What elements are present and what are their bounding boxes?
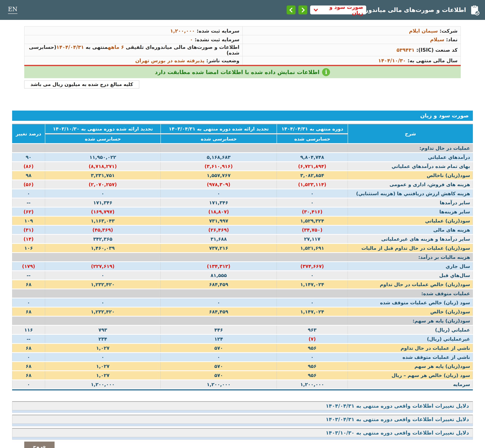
company-info-cell: نماد: سیلام xyxy=(242,35,461,44)
row-value: ۱,۲۰۰,۰۰۰ xyxy=(161,380,277,389)
row-value: ۱۰۶ xyxy=(12,244,45,252)
company-info-row: شرکت: سیمان ایلامسرمایه ثبت شده: ۱,۲۰۰,۰… xyxy=(24,26,461,35)
row-value: ۹۶۳ xyxy=(277,326,348,334)
row-label: سود(زيان) پايه هر سهم: xyxy=(348,317,473,325)
row-value: ۱,۱۶۳,۰۴۳ xyxy=(45,217,161,225)
accordion-header-2[interactable]: دلایل تغییرات اطلاعات واقعی دوره منتهی ب… xyxy=(12,428,473,437)
row-label: عملیات در حال تداوم: xyxy=(348,144,473,152)
previous-statement-button[interactable] xyxy=(287,6,296,14)
row-value: ۳,۰۸۲,۸۵۴ xyxy=(277,171,348,179)
row-value xyxy=(12,317,45,325)
row-value: ۱,۱۴۷,۰۲۴ xyxy=(277,307,348,316)
accordion-strip xyxy=(12,437,473,440)
currency-unit-note: کلیه مبالغ درج شده به میلیون ریال می باش… xyxy=(24,80,139,88)
accordion-strip xyxy=(12,424,473,426)
row-value: ۱۷۱,۳۴۶ xyxy=(161,199,277,207)
row-label: غيرعملياتي (ريال) xyxy=(348,335,473,343)
row-value: (۲,۰۷۰,۲۵۷) xyxy=(45,180,161,189)
row-value: ۰ xyxy=(45,189,161,198)
company-info-row: سال مالی منتهی به: ۱۴۰۴/۱۰/۳۰وضعیت ناشر:… xyxy=(24,56,461,65)
row-label: درآمدهاي عملياتي xyxy=(348,153,473,161)
column-subheader-audited-1: حسابرسی شده xyxy=(161,134,277,143)
row-value: ۳۴۲,۳۶۵ xyxy=(45,235,161,243)
logout-button[interactable]: خروج xyxy=(24,441,55,448)
row-value xyxy=(277,253,348,261)
info-label: منتهی به xyxy=(84,44,108,50)
row-value: ۱,۰۲۷ xyxy=(45,362,161,370)
row-value: ۶۸ xyxy=(12,280,45,288)
row-value xyxy=(161,144,277,152)
info-value: ۱,۲۰۰,۰۰۰ xyxy=(170,28,195,34)
row-value: (۸۶) xyxy=(12,162,45,170)
company-info-row: نماد: سیلامسرمایه ثبت نشده: ۰ xyxy=(24,35,461,44)
row-label: ساير درآمدها و هزينه های غيرعملياتی xyxy=(348,235,473,243)
row-value: -- xyxy=(12,271,45,280)
statement-row: درآمدهاي عملياتي۹,۸۰۴,۷۴۸۵,۱۶۸,۶۸۳۱۱,۹۵۰… xyxy=(12,153,473,161)
row-value: ۱۱۶ xyxy=(12,326,45,334)
column-header-period-restated-2: تجدید ارائه شده دوره منتهی به ۱۴۰۳/۱۰/۳۰ xyxy=(45,124,161,133)
row-value: (۶۲) xyxy=(12,208,45,216)
accordion-strip xyxy=(12,410,473,413)
row-value: ۹۸ xyxy=(12,171,45,179)
info-label: سرمایه ثبت شده: xyxy=(195,28,240,34)
info-label: سرمایه ثبت نشده: xyxy=(193,37,239,42)
row-value: ۵۷۰ xyxy=(161,344,277,352)
row-value: ۷۹۳ xyxy=(45,326,161,334)
chevron-left-icon xyxy=(288,7,294,13)
row-value: ۱,۱۴۷,۰۲۴ xyxy=(277,280,348,288)
row-label: عملياتي (ريال) xyxy=(348,326,473,334)
row-label: ساير درآمدها xyxy=(348,199,473,207)
english-language-link[interactable]: EN xyxy=(8,6,17,14)
column-subheader-audited-0: حسابرسی شده xyxy=(277,134,348,143)
row-value xyxy=(45,253,161,261)
accordion-header-0[interactable]: دلایل تغییرات اطلاعات واقعی دوره منتهی ب… xyxy=(12,401,473,410)
statement-row: هزينه کاهش ارزش دريافتني ها (هزينه استثن… xyxy=(12,189,473,198)
row-value: -- xyxy=(12,199,45,207)
row-value: ۹۵۶ xyxy=(277,371,348,379)
row-value: ۲۷,۱۱۷ xyxy=(277,235,348,243)
statement-row: سود (زيان) خالص هر سهم – ريال۹۵۶۵۷۰۱,۰۲۷… xyxy=(12,371,473,379)
row-value: (۳۷۴,۶۶۷) xyxy=(277,262,348,270)
statement-row: سود(زيان) پايه هر سهم۹۵۶۵۷۰۱,۰۲۷۶۸ xyxy=(12,362,473,370)
row-value: ۱۲۴ xyxy=(161,335,277,343)
row-label: سال‌هاي قبل xyxy=(348,271,473,280)
row-value xyxy=(45,144,161,152)
info-icon: i xyxy=(322,68,330,76)
statement-row: سود(زيان) عمليات در حال تداوم قبل از مال… xyxy=(12,244,473,252)
row-value: ۵۷۰ xyxy=(161,362,277,370)
row-value: ۰ xyxy=(161,189,277,198)
info-value: ۰ xyxy=(190,37,193,42)
statement-row: سود(زيان) ناخالص۳,۰۸۲,۸۵۴۱,۵۵۷,۷۶۷۳,۲۳۱,… xyxy=(12,171,473,179)
company-info-cell: سرمایه ثبت شده: ۱,۲۰۰,۰۰۰ xyxy=(24,26,243,35)
row-value: ۱,۴۶۰,۰۳۹ xyxy=(45,244,161,252)
row-label: سود(زيان) عمليات در حال تداوم قبل از مال… xyxy=(348,244,473,252)
statement-row: سود (زيان) خالص عمليات متوقف شده۰۰۰۰ xyxy=(12,298,473,307)
row-value: ۶۸ xyxy=(12,344,45,352)
row-value: ۹۰ xyxy=(12,153,45,161)
row-value: (۳,۶۱۰,۹۱۶) xyxy=(161,162,277,170)
accordion-header-1[interactable]: دلایل تغییرات اطلاعات واقعی دوره منتهی ب… xyxy=(12,415,473,424)
next-statement-button[interactable] xyxy=(298,6,307,14)
row-value: (۲۲۷,۶۱۹) xyxy=(45,262,161,270)
info-value: سیلام xyxy=(430,37,444,42)
report-type-dropdown[interactable]: صورت سود و زیان xyxy=(310,6,366,14)
statement-row: سال‌هاي قبل۰۸۱,۵۵۵۰-- xyxy=(12,271,473,280)
statement-row: عملياتي (ريال)۹۶۳۴۴۶۷۹۳۱۱۶ xyxy=(12,326,473,334)
row-value xyxy=(277,289,348,298)
column-header-period-current: دوره منتهی به ۱۴۰۴/۰۴/۳۱ xyxy=(277,124,348,133)
row-value: ۱۷۱,۳۴۶ xyxy=(45,199,161,207)
row-value: ۰ xyxy=(277,199,348,207)
row-value: ۶۸ xyxy=(12,362,45,370)
company-info-table: شرکت: سیمان ایلامسرمایه ثبت شده: ۱,۲۰۰,۰… xyxy=(24,26,461,65)
row-value xyxy=(12,289,45,298)
row-value: ۱,۰۲۷ xyxy=(45,344,161,352)
statement-row: ناشي از عمليات متوقف شده۰۰۰۰ xyxy=(12,353,473,361)
row-value: (۱۳۴,۳۱۲) xyxy=(161,262,277,270)
signed-info-text: اطلاعات نمایش داده شده با اطلاعات امضا ش… xyxy=(155,69,320,75)
row-value: (۳۴,۷۵۰) xyxy=(277,226,348,234)
row-value: ۰ xyxy=(12,353,45,361)
info-value: ۶ ماهه xyxy=(108,44,124,50)
change-reasons-accordions: دلایل تغییرات اطلاعات واقعی دوره منتهی ب… xyxy=(12,401,473,440)
row-value: (۱,۵۲۳,۱۱۴) xyxy=(277,180,348,189)
row-value: ۷۳۷,۲۱۶ xyxy=(161,244,277,252)
